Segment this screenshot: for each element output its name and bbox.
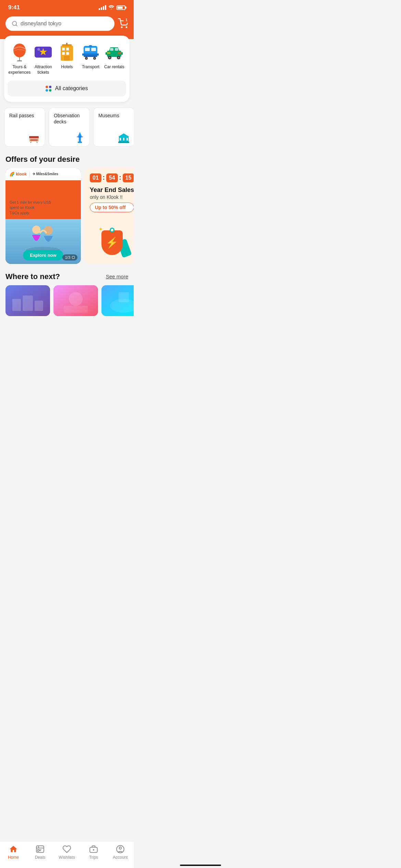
svg-marker-44 [78, 132, 82, 137]
category-transport-label: Transport [82, 64, 99, 70]
svg-rect-36 [121, 52, 123, 55]
subcat-museums[interactable]: Museums [93, 107, 134, 146]
offer-banner-top: 🌈 klook ✈ Miles&Smiles [5, 168, 81, 180]
offer-headline: Spend moreEarn more mil [10, 184, 77, 198]
svg-rect-14 [66, 52, 69, 55]
offer-text-area: Spend moreEarn more mil Get 1 mile for e… [5, 180, 81, 219]
svg-line-43 [37, 142, 37, 143]
svg-point-33 [109, 57, 111, 59]
museum-icon [98, 133, 129, 143]
svg-rect-35 [106, 52, 107, 55]
status-time: 9:41 [8, 4, 20, 11]
search-bar[interactable]: disneyland tokyo [5, 16, 114, 31]
svg-rect-27 [89, 45, 92, 47]
offers-section-title: Offers of your desire [0, 148, 134, 168]
categories-row: Tours &experiences Attractiontickets [8, 43, 126, 75]
explore-now-button[interactable]: Explore now [23, 250, 63, 261]
battery-icon [117, 5, 125, 10]
svg-rect-13 [62, 52, 65, 55]
svg-rect-52 [123, 138, 124, 141]
svg-rect-63 [35, 301, 43, 311]
destination-card-1[interactable] [5, 285, 50, 316]
dest-image-2 [53, 285, 98, 316]
svg-rect-51 [120, 138, 121, 141]
subcat-rail-label: Rail passes [9, 112, 40, 119]
where-next-title: Where to next? [5, 272, 60, 281]
tower-icon [54, 132, 85, 143]
category-tickets[interactable]: Attractiontickets [32, 43, 54, 75]
tickets-icon-wrap [34, 43, 53, 62]
category-tickets-label: Attractiontickets [35, 64, 52, 75]
svg-point-65 [69, 292, 83, 306]
cart-button[interactable]: 1 [118, 18, 128, 29]
card-counter: 1/3 [62, 254, 77, 261]
svg-point-34 [118, 57, 120, 59]
svg-line-42 [31, 142, 31, 143]
category-hotels-label: Hotels [61, 64, 73, 70]
hotels-icon-wrap [57, 43, 76, 62]
svg-rect-15 [64, 56, 70, 61]
svg-rect-20 [91, 48, 96, 51]
subcategories-scroll: Rail passes Observationdecks Museums [0, 102, 134, 148]
timer-hours: 01 [90, 173, 101, 182]
svg-point-2 [121, 27, 122, 28]
where-next-header: Where to next? See more [0, 269, 134, 285]
car-icon [105, 45, 123, 60]
svg-rect-41 [30, 140, 38, 141]
hotel-icon [59, 43, 75, 61]
ticket-icon [34, 45, 52, 60]
all-categories-button[interactable]: All categories [8, 81, 126, 96]
svg-rect-19 [85, 48, 90, 51]
category-transport[interactable]: Transport [80, 43, 101, 70]
offers-scroll: 🌈 klook ✈ Miles&Smiles Spend moreEarn mo… [0, 168, 134, 269]
see-more-link[interactable]: See more [106, 274, 128, 279]
tours-icon-wrap [10, 43, 29, 62]
svg-point-26 [94, 58, 95, 59]
sale-title: Year End Sales [90, 186, 134, 194]
destination-card-3[interactable] [101, 285, 134, 316]
bolt-icon: ⚡ [106, 237, 118, 249]
search-input-value: disneyland tokyo [21, 21, 61, 27]
destinations-scroll [0, 285, 134, 323]
cart-badge: 1 [123, 17, 130, 23]
svg-rect-21 [82, 53, 99, 56]
svg-point-3 [126, 27, 127, 28]
svg-rect-37 [107, 52, 110, 54]
timer-seconds: 15 [123, 173, 134, 182]
svg-marker-49 [118, 133, 129, 137]
svg-rect-22 [84, 56, 97, 57]
category-car[interactable]: Car rentals [103, 43, 125, 70]
svg-rect-61 [12, 299, 21, 311]
svg-rect-17 [66, 43, 68, 45]
category-hotels[interactable]: Hotels [56, 43, 78, 70]
svg-rect-69 [119, 292, 129, 302]
wifi-icon [108, 4, 114, 11]
svg-rect-40 [29, 136, 39, 138]
categories-card: Tours &experiences Attractiontickets [4, 36, 130, 102]
svg-rect-54 [118, 142, 129, 143]
dest-image-1 [5, 285, 50, 316]
subcat-observation[interactable]: Observationdecks [49, 107, 90, 146]
svg-rect-30 [115, 48, 118, 51]
sale-badge: Up to 50% off [90, 203, 134, 212]
signal-icon [99, 5, 106, 10]
offer-card-miles[interactable]: 🌈 klook ✈ Miles&Smiles Spend moreEarn mo… [5, 168, 81, 264]
svg-rect-6 [17, 60, 22, 61]
header: disneyland tokyo 1 [0, 14, 134, 39]
timer-colon-2: : [119, 174, 121, 181]
svg-point-25 [86, 58, 87, 59]
destination-card-2[interactable] [53, 285, 98, 316]
svg-rect-12 [66, 48, 69, 50]
subcat-museums-label: Museums [98, 112, 129, 119]
offer-card-sale[interactable]: 01 : 54 : 15 Year End Sales only on Kloo… [84, 168, 134, 264]
dest-image-3 [101, 285, 134, 316]
svg-line-1 [16, 25, 17, 26]
subcat-rail-passes[interactable]: Rail passes [4, 107, 45, 146]
rail-icon [9, 135, 40, 143]
category-tours[interactable]: Tours &experiences [9, 43, 31, 75]
subcat-observation-label: Observationdecks [54, 112, 85, 125]
svg-point-8 [37, 48, 40, 51]
svg-rect-62 [23, 296, 33, 311]
svg-rect-48 [77, 136, 83, 137]
car-icon-wrap [105, 43, 124, 62]
